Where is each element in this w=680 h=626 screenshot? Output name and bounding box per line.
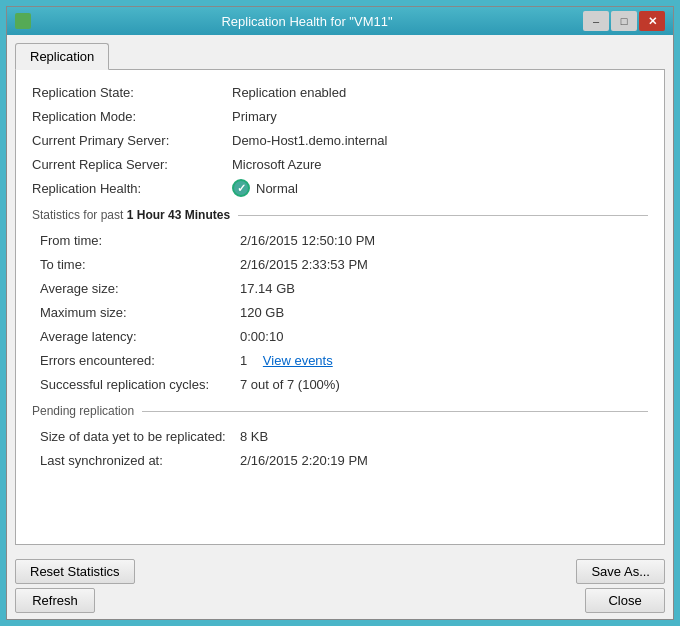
value-health: ✓ Normal bbox=[232, 179, 298, 197]
value-max-size: 120 GB bbox=[240, 305, 284, 320]
value-last-sync: 2/16/2015 2:20:19 PM bbox=[240, 453, 368, 468]
refresh-button[interactable]: Refresh bbox=[15, 588, 95, 613]
save-as-button[interactable]: Save As... bbox=[576, 559, 665, 584]
label-pending-size: Size of data yet to be replicated: bbox=[40, 429, 240, 444]
statistics-label: Statistics for past 1 Hour 43 Minutes bbox=[32, 208, 238, 222]
button-row-2: Refresh Close bbox=[15, 588, 665, 613]
label-replica-server: Current Replica Server: bbox=[32, 157, 232, 172]
value-success-cycles: 7 out of 7 (100%) bbox=[240, 377, 340, 392]
label-last-sync: Last synchronized at: bbox=[40, 453, 240, 468]
value-to-time: 2/16/2015 2:33:53 PM bbox=[240, 257, 368, 272]
main-window: Replication Health for "VM11" – □ ✕ Repl… bbox=[6, 6, 674, 620]
divider-line bbox=[238, 215, 648, 216]
pending-divider-line bbox=[142, 411, 648, 412]
pending-label: Pending replication bbox=[32, 404, 142, 418]
value-primary-server: Demo-Host1.demo.internal bbox=[232, 133, 387, 148]
value-avg-latency: 0:00:10 bbox=[240, 329, 283, 344]
stat-row-to: To time: 2/16/2015 2:33:53 PM bbox=[40, 254, 648, 274]
info-row-state: Replication State: Replication enabled bbox=[32, 82, 648, 102]
info-row-primary-server: Current Primary Server: Demo-Host1.demo.… bbox=[32, 130, 648, 150]
stat-row-success-cycles: Successful replication cycles: 7 out of … bbox=[40, 374, 648, 394]
pending-divider: Pending replication bbox=[32, 404, 648, 418]
pending-row-sync: Last synchronized at: 2/16/2015 2:20:19 … bbox=[40, 450, 648, 470]
stat-row-errors: Errors encountered: 1 View events bbox=[40, 350, 648, 370]
label-success-cycles: Successful replication cycles: bbox=[40, 377, 240, 392]
value-replica-server: Microsoft Azure bbox=[232, 157, 322, 172]
minimize-button[interactable]: – bbox=[583, 11, 609, 31]
tab-bar: Replication bbox=[15, 43, 665, 70]
pending-section: Size of data yet to be replicated: 8 KB … bbox=[32, 426, 648, 470]
window-title: Replication Health for "VM11" bbox=[31, 14, 583, 29]
label-max-size: Maximum size: bbox=[40, 305, 240, 320]
close-window-button[interactable]: ✕ bbox=[639, 11, 665, 31]
stat-row-max-size: Maximum size: 120 GB bbox=[40, 302, 648, 322]
window-icon bbox=[15, 13, 31, 29]
title-bar: Replication Health for "VM11" – □ ✕ bbox=[7, 7, 673, 35]
value-errors: 1 View events bbox=[240, 353, 333, 368]
label-errors: Errors encountered: bbox=[40, 353, 240, 368]
label-from-time: From time: bbox=[40, 233, 240, 248]
pending-row-size: Size of data yet to be replicated: 8 KB bbox=[40, 426, 648, 446]
statistics-section: From time: 2/16/2015 12:50:10 PM To time… bbox=[32, 230, 648, 394]
stat-row-avg-size: Average size: 17.14 GB bbox=[40, 278, 648, 298]
label-health: Replication Health: bbox=[32, 181, 232, 196]
health-check-icon: ✓ bbox=[232, 179, 250, 197]
label-avg-size: Average size: bbox=[40, 281, 240, 296]
label-mode: Replication Mode: bbox=[32, 109, 232, 124]
value-pending-size: 8 KB bbox=[240, 429, 268, 444]
info-row-replica-server: Current Replica Server: Microsoft Azure bbox=[32, 154, 648, 174]
button-row-1: Reset Statistics Save As... bbox=[15, 559, 665, 584]
value-state: Replication enabled bbox=[232, 85, 346, 100]
label-primary-server: Current Primary Server: bbox=[32, 133, 232, 148]
label-avg-latency: Average latency: bbox=[40, 329, 240, 344]
title-bar-controls: – □ ✕ bbox=[583, 11, 665, 31]
close-button[interactable]: Close bbox=[585, 588, 665, 613]
reset-statistics-button[interactable]: Reset Statistics bbox=[15, 559, 135, 584]
label-to-time: To time: bbox=[40, 257, 240, 272]
replication-info-section: Replication State: Replication enabled R… bbox=[32, 82, 648, 198]
stat-row-avg-latency: Average latency: 0:00:10 bbox=[40, 326, 648, 346]
value-avg-size: 17.14 GB bbox=[240, 281, 295, 296]
tab-content: Replication State: Replication enabled R… bbox=[15, 70, 665, 545]
stat-row-from: From time: 2/16/2015 12:50:10 PM bbox=[40, 230, 648, 250]
value-mode: Primary bbox=[232, 109, 277, 124]
maximize-button[interactable]: □ bbox=[611, 11, 637, 31]
view-events-link[interactable]: View events bbox=[263, 353, 333, 368]
info-row-mode: Replication Mode: Primary bbox=[32, 106, 648, 126]
value-from-time: 2/16/2015 12:50:10 PM bbox=[240, 233, 375, 248]
bottom-buttons: Reset Statistics Save As... Refresh Clos… bbox=[7, 553, 673, 619]
info-row-health: Replication Health: ✓ Normal bbox=[32, 178, 648, 198]
label-state: Replication State: bbox=[32, 85, 232, 100]
tab-replication[interactable]: Replication bbox=[15, 43, 109, 70]
window-content: Replication Replication State: Replicati… bbox=[7, 35, 673, 553]
statistics-divider: Statistics for past 1 Hour 43 Minutes bbox=[32, 208, 648, 222]
